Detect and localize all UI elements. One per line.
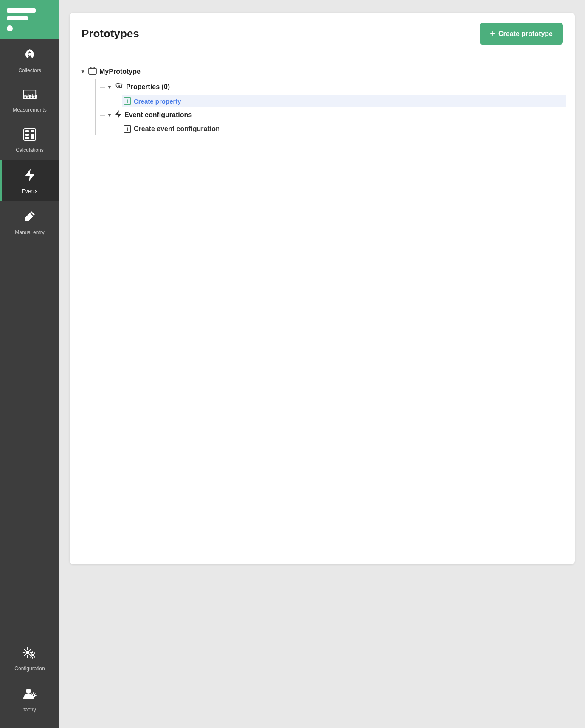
sidebar-logo-bar1 bbox=[7, 8, 36, 13]
properties-label: Properties (0) bbox=[126, 83, 170, 91]
connector3 bbox=[105, 101, 110, 101]
sidebar-item-measurements-label: Measurements bbox=[13, 107, 46, 113]
properties-row[interactable]: ▼ Properties (0) bbox=[105, 79, 566, 95]
sidebar-item-measurements[interactable]: Measurements bbox=[0, 80, 59, 120]
sidebar-item-calculations-label: Calculations bbox=[16, 147, 43, 153]
create-event-config-section: + Create event configuration bbox=[100, 123, 566, 135]
calculations-icon bbox=[23, 128, 36, 144]
sidebar-item-configuration-label: Configuration bbox=[14, 666, 45, 672]
svg-rect-11 bbox=[25, 130, 29, 132]
event-bolt-icon bbox=[115, 110, 122, 120]
prototype-box-icon bbox=[88, 66, 97, 77]
sidebar-logo-dot bbox=[7, 25, 13, 31]
sidebar-item-collectors[interactable]: Collectors bbox=[0, 39, 59, 80]
create-prototype-label: Create prototype bbox=[498, 30, 553, 38]
create-property-section: + Create property bbox=[100, 95, 566, 107]
prototype-name: MyPrototype bbox=[99, 68, 141, 76]
sidebar-item-manual-entry-label: Manual entry bbox=[15, 230, 44, 235]
svg-point-22 bbox=[118, 85, 120, 87]
plus-icon: + bbox=[490, 29, 495, 39]
create-property-row[interactable]: + Create property bbox=[122, 95, 566, 107]
sidebar-logo-bar2 bbox=[7, 16, 28, 20]
properties-icon bbox=[115, 82, 124, 92]
content-card: Prototypes + Create prototype ▼ MyProtot… bbox=[70, 13, 575, 564]
sidebar-item-events-label: Events bbox=[22, 188, 38, 194]
event-configurations-label: Event configurations bbox=[124, 111, 192, 119]
connector-ev-bottom bbox=[105, 129, 110, 129]
configuration-icon bbox=[22, 647, 37, 662]
page-title: Prototypes bbox=[82, 27, 139, 40]
plus-box-property-icon: + bbox=[124, 97, 131, 105]
sidebar-item-manual-entry[interactable]: Manual entry bbox=[0, 201, 59, 242]
create-prototype-button[interactable]: + Create prototype bbox=[480, 23, 563, 45]
svg-point-16 bbox=[26, 651, 29, 654]
properties-subtree: ▼ Properties (0) bbox=[96, 79, 566, 135]
event-configurations-row[interactable]: ▼ Event configurations bbox=[105, 107, 566, 123]
event-config-section: ▼ Event configurations bbox=[100, 107, 566, 123]
measurements-icon bbox=[23, 89, 37, 104]
main-content: Prototypes + Create prototype ▼ MyProtot… bbox=[59, 0, 585, 728]
svg-rect-20 bbox=[89, 68, 96, 74]
plus-box-event-icon: + bbox=[124, 125, 131, 133]
factry-icon bbox=[22, 687, 37, 703]
sidebar-item-factry[interactable]: factry bbox=[0, 678, 59, 720]
connector-horizontal bbox=[100, 87, 105, 88]
svg-rect-12 bbox=[31, 130, 34, 132]
chevron-down-icon: ▼ bbox=[80, 69, 86, 75]
connector-ev-h bbox=[100, 115, 105, 116]
events-icon bbox=[24, 168, 35, 185]
active-indicator bbox=[0, 160, 2, 201]
svg-rect-15 bbox=[25, 137, 29, 139]
create-event-configuration-label: Create event configuration bbox=[134, 125, 220, 133]
chevron-event-icon: ▼ bbox=[107, 112, 112, 118]
sidebar-item-collectors-label: Collectors bbox=[18, 67, 41, 73]
tree-container: ▼ MyPrototype bbox=[70, 55, 575, 564]
sidebar-item-events[interactable]: Events bbox=[0, 160, 59, 201]
sidebar-item-configuration[interactable]: Configuration bbox=[0, 638, 59, 678]
collectors-icon bbox=[23, 48, 37, 64]
sidebar-item-calculations[interactable]: Calculations bbox=[0, 120, 59, 160]
create-event-configuration-row[interactable]: + Create event configuration bbox=[122, 123, 566, 135]
create-property-label: Create property bbox=[134, 98, 181, 105]
chevron-properties-icon: ▼ bbox=[107, 84, 112, 90]
svg-rect-0 bbox=[23, 98, 37, 99]
prototype-row[interactable]: ▼ MyPrototype bbox=[78, 64, 566, 79]
properties-section: ▼ Properties (0) bbox=[90, 79, 566, 135]
sidebar: Collectors Measurements bbox=[0, 0, 59, 728]
manual-entry-icon bbox=[23, 210, 37, 226]
sidebar-header bbox=[0, 0, 59, 39]
svg-point-18 bbox=[26, 689, 31, 694]
svg-rect-13 bbox=[25, 134, 29, 136]
card-header: Prototypes + Create prototype bbox=[70, 13, 575, 55]
sidebar-item-factry-label: factry bbox=[23, 707, 36, 713]
properties-header-section: ▼ Properties (0) bbox=[100, 79, 566, 95]
svg-rect-14 bbox=[31, 134, 34, 139]
